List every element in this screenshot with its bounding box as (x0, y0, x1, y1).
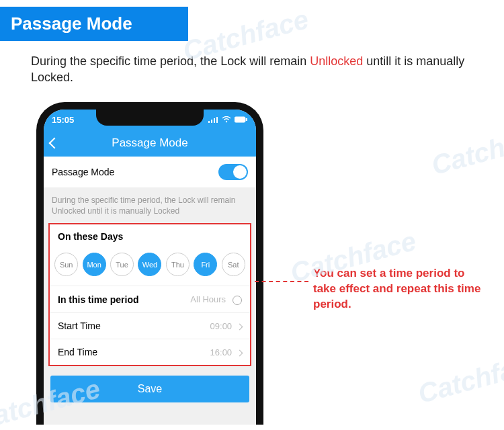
svg-rect-0 (208, 121, 210, 123)
passage-mode-toggle-row: Passage Mode (44, 157, 256, 188)
start-time-value: 09:00 (210, 321, 233, 331)
page-description: During the specific time period, the Loc… (0, 41, 504, 94)
day-sun[interactable]: Sun (54, 253, 78, 276)
svg-rect-5 (235, 117, 245, 122)
svg-rect-1 (211, 120, 212, 123)
back-icon[interactable] (49, 138, 60, 149)
start-time-row[interactable]: Start Time 09:00 (50, 312, 250, 339)
end-time-row[interactable]: End Time 16:00 (50, 339, 250, 365)
watermark: Catchface (428, 118, 504, 181)
svg-rect-2 (214, 118, 215, 123)
svg-rect-3 (216, 117, 218, 123)
day-wed[interactable]: Wed (138, 253, 161, 276)
save-button[interactable]: Save (50, 376, 249, 402)
phone-frame: 15:05 Passage Mode Passage Mode During t… (36, 102, 263, 425)
app-title: Passage Mode (112, 136, 187, 150)
highlight-box: On these Days Sun Mon Tue Wed Thu Fri Sa… (48, 223, 251, 366)
callout-arrow (255, 281, 308, 282)
end-time-label: End Time (58, 347, 97, 357)
desc-highlight: Unllocked (310, 54, 363, 68)
time-period-row[interactable]: In this time period All Hours (50, 286, 250, 312)
passage-mode-toggle[interactable] (218, 164, 248, 180)
callout-text: You can set a time period to take effect… (313, 266, 489, 312)
svg-point-4 (226, 120, 227, 122)
wifi-icon (222, 115, 231, 125)
help-note: During the specific time period, the Loc… (44, 188, 256, 223)
day-fri[interactable]: Fri (194, 253, 217, 276)
passage-mode-label: Passage Mode (52, 167, 114, 177)
days-row: Sun Mon Tue Wed Thu Fri Sat (50, 249, 250, 286)
battery-icon (235, 115, 248, 125)
signal-icon (208, 115, 218, 125)
svg-rect-6 (246, 118, 247, 121)
day-mon[interactable]: Mon (83, 253, 106, 276)
day-tue[interactable]: Tue (110, 253, 134, 276)
all-hours-label: All Hours (190, 294, 226, 304)
end-time-value: 16:00 (210, 347, 233, 357)
status-time: 15:05 (52, 115, 74, 125)
all-hours-radio[interactable] (233, 296, 242, 305)
day-thu[interactable]: Thu (166, 253, 190, 276)
start-time-label: Start Time (58, 320, 101, 331)
days-section-title: On these Days (50, 224, 250, 249)
watermark: Catchface (415, 347, 504, 409)
page-header: Passage Mode (0, 7, 188, 41)
day-sat[interactable]: Sat (222, 253, 245, 276)
chevron-right-icon (237, 323, 243, 330)
time-period-label: In this time period (58, 294, 139, 305)
chevron-right-icon (237, 349, 243, 356)
app-titlebar: Passage Mode (44, 130, 256, 157)
phone-notch (96, 110, 204, 126)
desc-pre: During the specific time period, the Loc… (31, 54, 310, 68)
